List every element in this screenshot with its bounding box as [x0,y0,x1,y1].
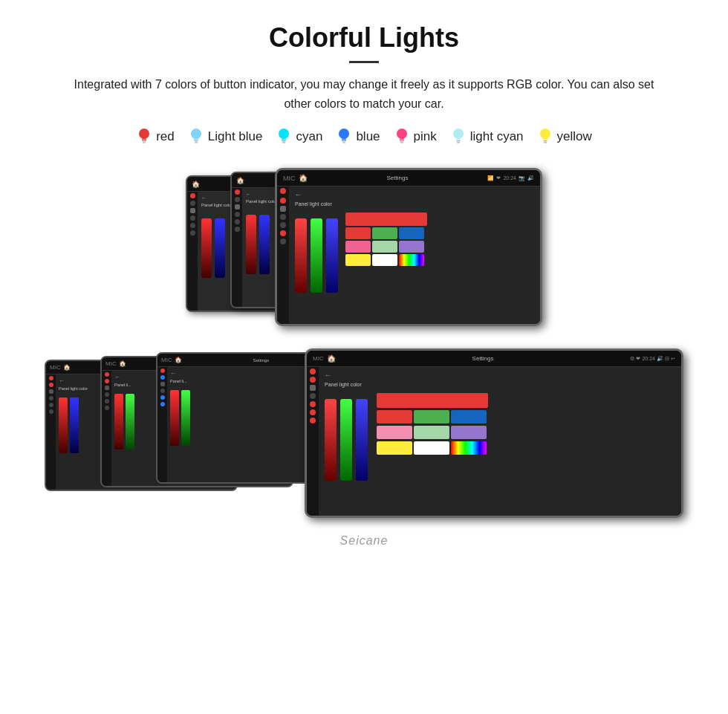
page-container: Colorful Lights Integrated with 7 colors… [0,0,728,562]
svg-rect-10 [282,140,286,142]
title-section: Colorful Lights Integrated with 7 colors… [30,22,698,113]
svg-rect-14 [342,140,346,142]
page-title: Colorful Lights [30,22,698,53]
color-item-cyan: cyan [276,126,322,147]
svg-point-8 [279,129,289,139]
color-label-cyan: cyan [296,129,322,144]
color-item-red: red [136,126,175,147]
svg-rect-27 [544,142,547,143]
svg-rect-11 [282,142,285,143]
bottom-screen-front: MIC 🏠 Settings ⚙❤20:24🔊⊟↩ [305,348,683,518]
svg-point-0 [139,129,149,139]
color-item-pink: pink [394,126,437,147]
color-item-yellow: yellow [537,126,592,147]
title-divider [349,61,379,63]
svg-rect-23 [457,142,460,143]
svg-rect-26 [543,140,547,142]
color-label-pink: pink [414,129,437,144]
color-item-lightcyan: light cyan [450,126,524,147]
color-label-yellow: yellow [557,129,592,144]
color-item-blue: blue [336,126,380,147]
bulb-icon-pink [394,126,410,147]
svg-rect-6 [194,140,198,142]
svg-point-4 [191,129,201,139]
svg-point-24 [540,129,550,139]
bulb-icon-lightcyan [450,126,467,147]
svg-rect-15 [342,142,345,143]
svg-rect-7 [195,142,198,143]
top-screens-group-1: 🏠 Settings ⚙ ⬆ ← Panel li [186,168,542,328]
color-list: red Light blue cyan [30,126,698,147]
svg-point-20 [453,129,464,139]
screen-front-1: MIC 🏠 Settings 📶❤20:24📷🔊 [275,168,542,326]
svg-rect-19 [400,142,403,143]
svg-rect-2 [143,140,146,142]
color-item-lightblue: Light blue [188,126,263,147]
svg-rect-18 [400,140,403,142]
svg-rect-22 [456,140,460,142]
bottom-screens-group: MIC 🏠 Settings ⚙ ← [45,348,683,519]
color-label-lightblue: Light blue [208,129,263,144]
svg-point-12 [339,129,349,139]
color-label-lightcyan: light cyan [470,129,524,144]
svg-rect-3 [143,142,146,143]
svg-point-16 [397,129,407,139]
bulb-icon-red [136,126,152,147]
description-text: Integrated with 7 colors of button indic… [67,75,661,113]
bulb-icon-blue [336,126,352,147]
watermark: Seicane [30,534,698,548]
color-label-red: red [156,129,175,144]
bulb-icon-yellow [537,126,553,147]
color-label-blue: blue [356,129,380,144]
bottom-screens-row: MIC 🏠 Settings ⚙ ← [30,348,698,519]
top-screens-row: 🏠 Settings ⚙ ⬆ ← Panel li [30,168,698,328]
bulb-icon-cyan [276,126,292,147]
bulb-icon-lightblue [188,126,204,147]
